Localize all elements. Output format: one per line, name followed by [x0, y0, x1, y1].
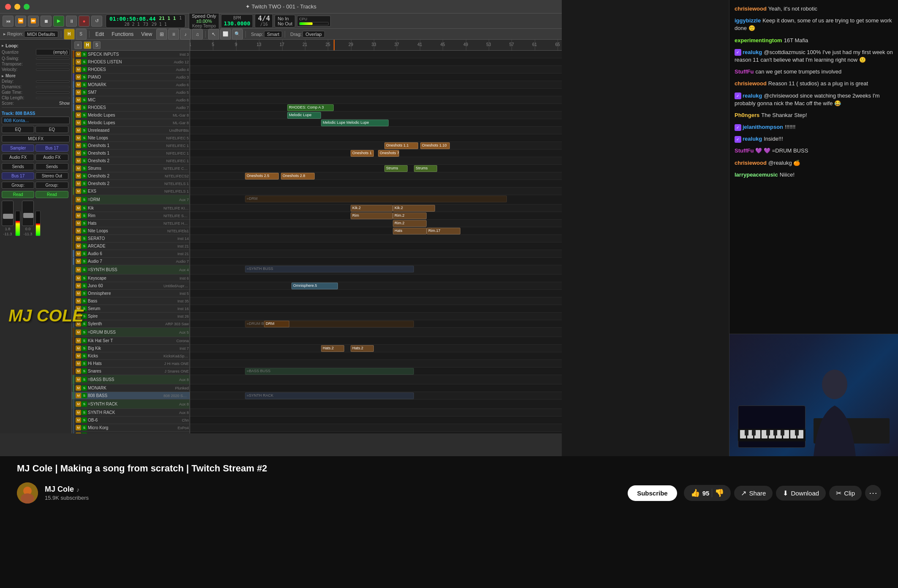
track-row[interactable]: MS=SYNTH BUSSAux 4 — [72, 265, 190, 275]
clip[interactable]: Kik.2 — [351, 205, 393, 212]
solo-btn[interactable]: S — [82, 251, 87, 256]
track-row[interactable]: MSMOOG SUB 37Chn 37 — [72, 432, 190, 433]
header-btn-h[interactable]: H — [64, 29, 75, 40]
read-btn2[interactable]: Read — [35, 191, 68, 198]
menu-edit[interactable]: Edit — [92, 30, 108, 38]
track-row[interactable]: MSSYNTH RACKAux 8 — [72, 409, 190, 416]
track-row[interactable]: MSRHODESAudio 7 — [72, 104, 190, 112]
chat-username[interactable]: iggybizzle — [735, 17, 761, 24]
solo-btn[interactable]: S — [82, 377, 87, 382]
solo-btn[interactable]: S — [82, 173, 87, 179]
mute-btn[interactable]: M — [76, 173, 81, 179]
midifx-btn[interactable]: MIDI FX — [2, 135, 70, 142]
clip[interactable]: Melodic Lupe — [287, 112, 321, 119]
mute-btn[interactable]: M — [76, 128, 81, 133]
clip[interactable]: Oneshots 2.5 — [245, 173, 279, 180]
mute-btn[interactable]: M — [76, 267, 81, 272]
H-btn[interactable]: H — [84, 41, 91, 49]
rewind-btn[interactable]: ⏮ — [3, 16, 14, 27]
fastforward-btn[interactable]: ⏩ — [28, 16, 39, 27]
track-view-btn[interactable]: ≡ — [168, 29, 179, 40]
solo-btn[interactable]: S — [82, 67, 87, 72]
mute-btn[interactable]: M — [76, 259, 81, 264]
clip-button[interactable]: ✂ Clip — [829, 486, 862, 501]
clip[interactable]: =SYNTH BUSS — [245, 266, 414, 272]
solo-btn[interactable]: S — [82, 143, 87, 148]
chat-username[interactable]: experimentingtom — [735, 37, 782, 44]
solo-btn[interactable]: S — [82, 82, 87, 87]
track-row[interactable]: MSBassInst 35 — [72, 297, 190, 305]
track-row[interactable]: MSARCADEInst 21 — [72, 242, 190, 250]
play-btn[interactable]: ▶ — [53, 16, 64, 27]
clip[interactable]: Strums — [384, 165, 408, 172]
solo-btn[interactable]: S — [82, 361, 87, 366]
mute-btn[interactable]: M — [76, 220, 81, 226]
solo-btn[interactable]: S — [82, 259, 87, 264]
tempo-display[interactable]: BPM 130.0000 — [221, 14, 253, 28]
mute-btn[interactable]: M — [76, 338, 81, 343]
mute-btn[interactable]: M — [76, 188, 81, 194]
track-row[interactable]: MSNite LoopsNITELIFEls1 — [72, 227, 190, 235]
rewind2-btn[interactable]: ⏪ — [15, 16, 26, 27]
solo-btn[interactable]: S — [82, 158, 87, 163]
snap-value[interactable]: Smart — [264, 31, 282, 38]
track-row[interactable]: MS808 BASS808 2020 Sampl... — [72, 392, 190, 400]
mute-btn[interactable]: M — [76, 82, 81, 87]
mute-btn[interactable]: M — [76, 385, 81, 391]
gate-value[interactable] — [36, 92, 70, 93]
header-btn-s[interactable]: S — [76, 29, 87, 40]
track-row[interactable]: MSAudio 6Inst 21 — [72, 250, 190, 258]
track-row[interactable]: MSMONARKPlunked — [72, 384, 190, 392]
solo-btn[interactable]: S — [82, 401, 87, 407]
region-dropdown[interactable]: MIDI Defaults — [24, 31, 58, 38]
solo-btn[interactable]: S — [82, 433, 87, 433]
menu-functions[interactable]: Functions — [108, 30, 137, 38]
pointer-tool[interactable]: ↖ — [208, 29, 219, 40]
marquee-tool[interactable]: ⬜ — [220, 29, 231, 40]
chat-username[interactable]: jelanithompson — [743, 124, 783, 130]
clip[interactable]: Oneshots 2.8 — [281, 173, 315, 180]
zoom-tool[interactable]: 🔍 — [232, 29, 243, 40]
solo-btn[interactable]: S — [82, 205, 87, 211]
audiofx-btn2[interactable]: Audio FX — [35, 154, 68, 161]
mute-btn[interactable]: M — [76, 52, 81, 57]
sends-btn[interactable]: Sends — [2, 163, 34, 170]
clip[interactable]: =DRM — [245, 196, 507, 202]
delay-value[interactable] — [36, 81, 70, 82]
clip[interactable]: Rim — [351, 212, 393, 219]
track-row[interactable]: MSKik Hat Ser TCorona — [72, 337, 190, 345]
clip[interactable]: Rim.2 — [393, 220, 427, 227]
mute-btn[interactable]: M — [76, 410, 81, 415]
solo-btn[interactable]: S — [82, 74, 87, 80]
chat-username[interactable]: Ph0ngers — [735, 112, 759, 118]
clip[interactable]: RHODES: Comp A 3 — [287, 104, 334, 111]
clip[interactable]: DRM — [264, 321, 289, 327]
track-row[interactable]: MSAudio 7Audio 7 — [72, 258, 190, 265]
clip[interactable]: Oneshots 7 — [378, 150, 399, 157]
bus-display[interactable]: Bus 17 — [2, 172, 34, 180]
mute-btn[interactable]: M — [76, 393, 81, 398]
solo-btn[interactable]: S — [82, 417, 87, 423]
mute-btn[interactable]: M — [76, 213, 81, 218]
mute-btn[interactable]: M — [76, 243, 81, 249]
chat-username[interactable]: StuffFu — [735, 147, 754, 154]
solo-btn[interactable]: S — [82, 112, 87, 118]
track-row[interactable]: MSOmnisphereInst 5 — [72, 290, 190, 297]
track-row[interactable]: MSOB-6Chn — [72, 416, 190, 424]
track-row[interactable]: MSHi HatsJ Hi Hats ONE — [72, 360, 190, 368]
clip[interactable]: Kik.2 — [393, 205, 435, 212]
mute-btn[interactable]: M — [76, 90, 81, 95]
close-btn[interactable] — [5, 4, 11, 10]
mute-btn[interactable]: M — [76, 433, 81, 433]
like-icon[interactable]: 👍 — [691, 488, 700, 498]
loop-btn[interactable]: ↺ — [91, 16, 102, 27]
chat-username[interactable]: chrisiewood — [735, 80, 767, 87]
dynamics-value[interactable] — [36, 86, 70, 88]
menu-view[interactable]: View — [138, 30, 155, 38]
mute-btn[interactable]: M — [76, 329, 81, 335]
track-row[interactable]: MSRHODES LISTENAudio 12 — [72, 58, 190, 66]
list-view-btn[interactable]: ⊞ — [156, 29, 167, 40]
maximize-btn[interactable] — [24, 4, 30, 10]
track-row[interactable]: MSRHODESAudio 4 — [72, 66, 190, 74]
solo-btn[interactable]: S — [82, 188, 87, 194]
